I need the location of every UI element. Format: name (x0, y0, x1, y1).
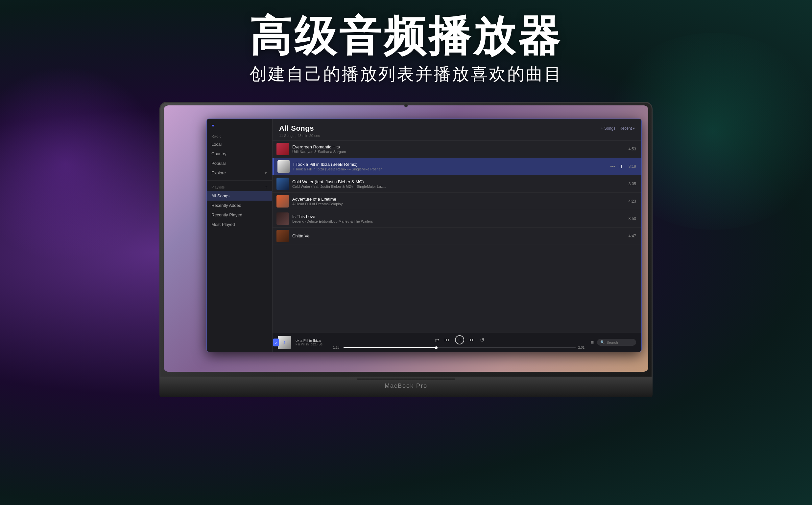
playback-controls: ⇄ ⏮ ⏸ ⏭ ↺ 1:18 (333, 335, 586, 349)
sidebar-dropdown-button[interactable] (207, 123, 272, 129)
song-thumbnail (276, 143, 289, 155)
repeat-button[interactable]: ↺ (480, 337, 484, 343)
playlists-header: Playlists + (207, 183, 272, 191)
main-content: All Songs + Songs Recent ▾ (272, 119, 642, 352)
songs-actions: + Songs Recent ▾ (601, 126, 635, 131)
song-name: I Took a Pill in Ibiza (SeeB Remix) (293, 162, 607, 167)
songs-title: All Songs (279, 124, 314, 133)
song-name: Chitta Ve (292, 233, 623, 238)
search-icon: 🔍 (600, 340, 605, 344)
add-songs-button[interactable]: + Songs (601, 126, 615, 131)
recent-sort-button[interactable]: Recent ▾ (619, 126, 635, 131)
song-name: Is This Love (292, 214, 623, 219)
main-title: 高级音频播放器 (0, 13, 812, 59)
sidebar-item-country[interactable]: Country (207, 149, 272, 159)
now-playing-thumb-container: ♪ (278, 336, 291, 349)
bg-glow-left (0, 66, 164, 263)
transport-buttons: ⇄ ⏮ ⏸ ⏭ ↺ (435, 335, 484, 344)
sidebar-item-explore[interactable]: Explore ▼ (207, 168, 272, 178)
queue-button[interactable]: ≡ (591, 340, 594, 345)
music-note-badge: ♪ (273, 339, 279, 346)
song-list: Evergreen Romantic Hits Udit Narayan & S… (272, 141, 642, 352)
song-duration: 4:47 (626, 234, 636, 238)
previous-button[interactable]: ⏮ (445, 337, 450, 343)
song-thumbnail (277, 160, 290, 173)
sidebar-playlist-recently-played[interactable]: Recently Played (207, 210, 272, 220)
macbook-camera (404, 104, 408, 107)
progress-dot (435, 346, 438, 349)
song-row[interactable]: Cold Water (feat. Justin Bieber & MØ) Co… (272, 175, 642, 193)
play-pause-button[interactable]: ⏸ (455, 335, 464, 344)
playback-bar: ♪ ok a Pill in Ibiza k a Pill in Ibiza (… (272, 333, 642, 352)
song-info: I Took a Pill in Ibiza (SeeB Remix) I To… (293, 162, 607, 171)
macbook-frame: Radio Local Country Popular (159, 102, 653, 397)
song-info: Evergreen Romantic Hits Udit Narayan & S… (292, 145, 623, 154)
progress-row: 1:18 2:01 (333, 346, 586, 349)
search-input[interactable] (606, 340, 633, 344)
sidebar-item-local[interactable]: Local (207, 140, 272, 149)
macbook-label: MacBook Pro (385, 382, 427, 389)
explore-chevron-icon: ▼ (264, 171, 267, 175)
sidebar-item-popular[interactable]: Popular (207, 159, 272, 168)
search-box: 🔍 (597, 339, 636, 346)
progress-bar[interactable] (344, 347, 576, 348)
song-duration: 4:53 (626, 147, 636, 151)
song-info: Cold Water (feat. Justin Bieber & MØ) Co… (292, 179, 623, 188)
sidebar-divider (207, 180, 272, 181)
song-artist: Cold Water (feat. Justin Bieber & MØ) – … (292, 184, 623, 188)
song-pause-button[interactable]: ⏸ (618, 164, 623, 169)
song-artist: I Took a Pill in Ibiza (SeeB Remix) – Si… (293, 167, 607, 171)
sub-title: 创建自己的播放列表并播放喜欢的曲目 (0, 63, 812, 86)
macbook-container: Radio Local Country Popular (159, 102, 653, 417)
playlists-label: Playlists (211, 185, 225, 189)
song-row[interactable]: Adventure of a Lifetime A Head Full of D… (272, 193, 642, 210)
now-playing-name: ok a Pill in Ibiza (296, 339, 328, 342)
songs-header: All Songs + Songs Recent ▾ (272, 119, 642, 141)
recent-chevron-icon: ▾ (633, 126, 635, 131)
song-artist: Udit Narayan & Sadhana Sargam (292, 150, 623, 154)
song-duration: 3:19 (626, 164, 636, 169)
song-row[interactable]: Is This Love Legend (Deluxe Edition)Bob … (272, 210, 642, 227)
sidebar-playlist-most-played[interactable]: Most Played (207, 220, 272, 229)
macbook-hinge (357, 378, 455, 380)
screen-content: Radio Local Country Popular (164, 106, 648, 372)
song-row[interactable]: Evergreen Romantic Hits Udit Narayan & S… (272, 141, 642, 158)
title-section: 高级音频播放器 创建自己的播放列表并播放喜欢的曲目 (0, 13, 812, 86)
song-name: Cold Water (feat. Justin Bieber & MØ) (292, 179, 623, 184)
song-info: Chitta Ve (292, 233, 623, 239)
song-thumbnail (276, 178, 289, 190)
song-row[interactable]: Chitta Ve 4:47 (272, 227, 642, 245)
time-current: 1:18 (333, 346, 341, 349)
app-window: Radio Local Country Popular (207, 119, 642, 352)
song-info: Adventure of a Lifetime A Head Full of D… (292, 197, 623, 206)
sidebar: Radio Local Country Popular (207, 119, 272, 352)
macbook-lid: Radio Local Country Popular (159, 102, 653, 378)
song-thumbnail (276, 195, 289, 207)
now-playing-artist: k a Pill in Ibiza (Se (296, 342, 328, 346)
song-thumbnail (276, 230, 289, 242)
song-actions: ••• ⏸ (610, 164, 623, 169)
macbook-screen-bezel: Radio Local Country Popular (164, 106, 648, 372)
sidebar-radio-label: Radio (207, 132, 272, 140)
right-controls: ≡ 🔍 (591, 339, 636, 346)
next-button[interactable]: ⏭ (469, 337, 475, 343)
song-row-playing[interactable]: I Took a Pill in Ibiza (SeeB Remix) I To… (272, 158, 642, 175)
dropdown-arrow-icon (211, 125, 215, 127)
now-playing-info: ok a Pill in Ibiza k a Pill in Ibiza (Se (296, 339, 328, 346)
add-playlist-button[interactable]: + (265, 184, 267, 190)
time-total: 2:01 (578, 346, 586, 349)
songs-meta: 11 Songs , 43 min 20 sec (279, 134, 635, 138)
now-playing-thumbnail (278, 336, 291, 349)
song-info: Is This Love Legend (Deluxe Edition)Bob … (292, 214, 623, 223)
song-more-button[interactable]: ••• (610, 164, 615, 169)
macbook-bottom: MacBook Pro (159, 378, 653, 397)
song-duration: 4:23 (626, 199, 636, 204)
song-duration: 3:05 (626, 182, 636, 186)
song-artist: Legend (Deluxe Edition)Bob Marley & The … (292, 219, 623, 223)
song-name: Adventure of a Lifetime (292, 197, 623, 202)
shuffle-button[interactable]: ⇄ (435, 337, 439, 343)
song-duration: 3:50 (626, 216, 636, 221)
songs-title-row: All Songs + Songs Recent ▾ (279, 124, 635, 133)
sidebar-playlist-all-songs[interactable]: All Songs (207, 191, 272, 201)
sidebar-playlist-recently-added[interactable]: Recently Added (207, 201, 272, 210)
